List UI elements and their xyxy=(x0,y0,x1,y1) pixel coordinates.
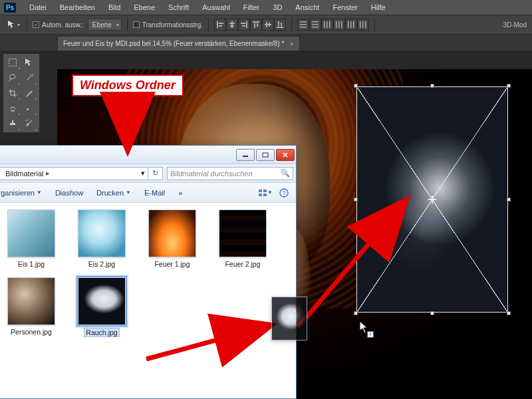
photoshop-window: Ps DateiBearbeitenBildEbeneSchriftAuswah… xyxy=(0,0,532,399)
svg-line-39 xyxy=(298,202,404,327)
drag-ghost-thumbnail xyxy=(271,297,307,340)
annotation-arrows xyxy=(0,0,532,399)
svg-line-38 xyxy=(146,326,269,359)
copy-badge-icon: + xyxy=(367,331,374,338)
